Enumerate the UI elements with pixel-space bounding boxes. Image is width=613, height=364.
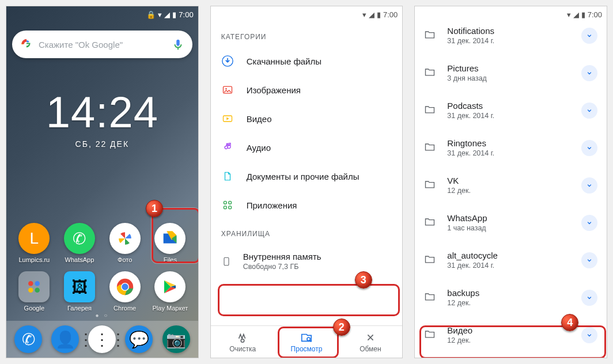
cat-apps[interactable]: Приложения xyxy=(211,191,403,219)
folder-row[interactable]: Фотографии15 дек. xyxy=(415,354,607,358)
image-icon xyxy=(221,84,234,96)
folder-row[interactable]: Notifications31 дек. 2014 г. xyxy=(415,17,607,54)
page-indicator: ● ○ xyxy=(95,312,109,318)
app-photos[interactable]: Фото xyxy=(104,223,146,263)
folder-icon xyxy=(424,29,436,43)
svg-point-13 xyxy=(228,201,231,204)
folder-name: WhatsApp xyxy=(447,213,570,223)
dock-phone[interactable]: ✆ xyxy=(14,325,42,353)
files-content: КАТЕГОРИИ Скачанные файлы Изображения Ви… xyxy=(211,22,403,325)
folder-more-button[interactable] xyxy=(581,140,597,156)
share-icon xyxy=(364,331,377,344)
svg-point-12 xyxy=(224,201,226,204)
status-bar: ▾ ◢ ▮ 7:00 xyxy=(211,6,403,22)
folder-row[interactable]: VK12 дек. xyxy=(415,166,607,204)
google-search-bar[interactable]: Скажите "Ok Google" xyxy=(12,31,192,58)
folder-date: 3 дня назад xyxy=(447,74,570,82)
app-google-folder[interactable]: Google xyxy=(13,271,55,312)
folder-icon xyxy=(424,328,436,342)
svg-point-7 xyxy=(122,283,128,290)
clock-time: 14:24 xyxy=(6,87,198,137)
cat-downloads[interactable]: Скачанные файлы xyxy=(211,47,403,75)
folder-icon xyxy=(424,291,436,305)
bottom-nav: Очистка Просмотр Обмен xyxy=(211,325,403,358)
folder-date: 12 дек. xyxy=(447,336,570,344)
badge-3: 3 xyxy=(355,271,372,289)
app-gallery[interactable]: 🖼Галерея xyxy=(59,271,101,312)
phone-icon xyxy=(220,255,233,268)
app-chrome[interactable]: Chrome xyxy=(104,271,146,312)
cat-audio[interactable]: Аудио xyxy=(211,133,403,162)
folder-date: 31 дек. 2014 г. xyxy=(447,149,570,157)
files-icon xyxy=(160,229,180,248)
browse-icon xyxy=(300,331,313,344)
mic-icon[interactable] xyxy=(172,38,184,51)
status-time: 7:00 xyxy=(383,10,398,19)
folder-date: 12 дек. xyxy=(447,299,570,307)
dock: ✆ 👤 ⋮⋮⋮ 💬 📷 xyxy=(6,321,198,358)
clean-icon xyxy=(236,331,249,344)
folder-more-button[interactable] xyxy=(581,103,597,119)
tab-clean[interactable]: Очистка xyxy=(211,326,275,358)
folder-date: 31 дек. 2014 г. xyxy=(447,261,570,270)
dock-messages[interactable]: 💬 xyxy=(125,325,153,353)
folder-row[interactable]: WhatsApp1 час назад xyxy=(415,204,607,241)
folder-more-button[interactable] xyxy=(581,215,597,231)
section-categories: КАТЕГОРИИ xyxy=(211,22,403,47)
app-files[interactable]: Files xyxy=(149,223,191,263)
dock-camera[interactable]: 📷 xyxy=(162,325,190,353)
phone-files-folders: ▾ ◢ ▮ 7:00 Notifications31 дек. 2014 г.P… xyxy=(414,6,607,358)
svg-point-10 xyxy=(225,88,227,90)
folder-date: 12 дек. xyxy=(447,187,570,195)
tab-browse[interactable]: Просмотр xyxy=(275,326,339,358)
svg-point-2 xyxy=(35,281,40,286)
battery-icon: ▮ xyxy=(172,10,176,19)
app-play-market[interactable]: Play Маркет xyxy=(149,271,191,312)
cat-documents[interactable]: Документы и прочие файлы xyxy=(211,162,403,191)
badge-2: 2 xyxy=(333,318,350,336)
signal-icon: ◢ xyxy=(164,10,170,19)
phone-files-categories: ▾ ◢ ▮ 7:00 КАТЕГОРИИ Скачанные файлы Изо… xyxy=(210,6,403,358)
signal-icon: ◢ xyxy=(369,10,374,19)
folder-more-button[interactable] xyxy=(581,177,597,194)
folder-icon xyxy=(424,179,436,192)
folder-name: Podcasts xyxy=(447,101,570,111)
folder-date: 31 дек. 2014 г. xyxy=(447,112,570,120)
folder-more-button[interactable] xyxy=(581,327,597,343)
folder-name: alt_autocycle xyxy=(447,251,570,260)
document-icon xyxy=(221,170,234,183)
folder-row[interactable]: Ringtones31 дек. 2014 г. xyxy=(415,129,607,166)
folder-row[interactable]: alt_autocycle31 дек. 2014 г. xyxy=(415,241,607,279)
folder-icon xyxy=(424,66,436,80)
clock-widget: 14:24 СБ, 22 ДЕК xyxy=(6,87,198,149)
folder-list[interactable]: Notifications31 дек. 2014 г.Pictures3 дн… xyxy=(415,17,607,358)
folder-more-button[interactable] xyxy=(581,65,597,81)
folder-date: 1 час назад xyxy=(447,224,570,232)
app-lumpics[interactable]: LLumpics.ru xyxy=(13,223,55,263)
folder-date: 31 дек. 2014 г. xyxy=(447,37,570,45)
folder-more-button[interactable] xyxy=(581,252,597,268)
app-whatsapp[interactable]: ✆WhatsApp xyxy=(59,223,101,263)
folder-icon xyxy=(424,253,436,267)
svg-rect-16 xyxy=(224,257,229,265)
status-bar: 🔒 ▾ ◢ ▮ 7:00 xyxy=(6,6,198,22)
dock-contacts[interactable]: 👤 xyxy=(51,325,79,353)
cat-video[interactable]: Видео xyxy=(211,104,403,133)
folder-icon xyxy=(24,277,44,297)
svg-point-14 xyxy=(224,206,226,209)
photos-icon xyxy=(116,229,134,248)
internal-storage[interactable]: Внутренняя память Свободно 7,3 ГБ xyxy=(211,244,403,279)
svg-point-4 xyxy=(35,287,40,293)
folder-more-button[interactable] xyxy=(581,290,597,306)
svg-point-17 xyxy=(241,339,244,342)
section-storage: ХРАНИЛИЩА xyxy=(211,219,403,244)
video-icon xyxy=(221,112,234,125)
folder-row[interactable]: backups12 дек. xyxy=(415,279,607,316)
folder-row[interactable]: Pictures3 дня назад xyxy=(415,54,607,92)
dock-apps[interactable]: ⋮⋮⋮ xyxy=(88,325,116,353)
folder-row[interactable]: Podcasts31 дек. 2014 г. xyxy=(415,92,607,129)
cat-images[interactable]: Изображения xyxy=(211,75,403,104)
home-apps-grid: LLumpics.ru ✆WhatsApp Фото Files Google … xyxy=(6,223,198,312)
folder-more-button[interactable] xyxy=(581,28,597,44)
audio-icon xyxy=(221,141,234,154)
